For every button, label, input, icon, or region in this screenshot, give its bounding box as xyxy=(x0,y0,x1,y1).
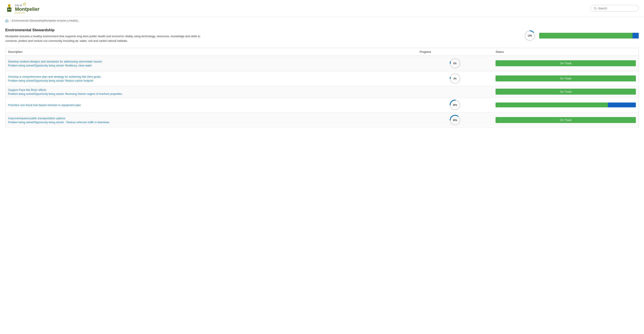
desc-cell-3: Support Face the River efforts Problem b… xyxy=(6,86,417,97)
desc-cell-4: Prioritize non-fossil fuel based vehicle… xyxy=(6,97,417,112)
section-title: Environmental Stewardship xyxy=(5,28,520,32)
table-row-1: Develop resilient designs and standards … xyxy=(6,56,639,71)
status-cell-2: On Track xyxy=(493,71,638,86)
logo: City of Montpelier vermont xyxy=(5,3,40,14)
breadcrumb-current: Environmental StewardshipMontpelier ensu… xyxy=(12,19,80,22)
status-cell-5: On Track xyxy=(493,112,638,128)
status-badge-3: On Track xyxy=(496,89,636,95)
overall-progress-bar xyxy=(539,33,639,38)
search-box[interactable] xyxy=(590,5,639,11)
item-title-link-1[interactable]: Develop resilient designs and standards … xyxy=(8,60,103,63)
item-sub-2: Problem being solved/Opportunity being s… xyxy=(8,79,414,82)
items-table: Description Progress Status Develop resi… xyxy=(5,48,639,128)
table-row-2: Develop a comprehensive plan and strateg… xyxy=(6,71,639,86)
city-logo-icon xyxy=(5,4,13,13)
progress-circle-5: 35% xyxy=(449,114,461,126)
item-title-link-5[interactable]: Improve/expand public transportation opt… xyxy=(8,117,65,120)
logo-name: Montpelier xyxy=(15,7,40,12)
status-badge-1: On Track xyxy=(496,60,636,66)
desc-cell-5: Improve/expand public transportation opt… xyxy=(6,112,417,128)
breadcrumb: / Environmental StewardshipMontpelier en… xyxy=(0,17,644,24)
status-cell-4 xyxy=(493,97,638,112)
item-sub-3: Problem being solved/Opportunity being s… xyxy=(8,92,414,95)
svg-rect-3 xyxy=(8,9,9,10)
logo-text: City of Montpelier vermont xyxy=(15,3,40,14)
item-title-link-2[interactable]: Develop a comprehensive plan and strateg… xyxy=(8,75,101,78)
dome-icon xyxy=(23,3,26,6)
overall-progress-circle: 13% xyxy=(524,30,536,41)
progress-label-2: 4% xyxy=(454,77,456,80)
progress-cell-1: 5% xyxy=(417,56,493,71)
section-header: Environmental Stewardship Montpelier ens… xyxy=(5,28,639,43)
status-cell-1: On Track xyxy=(493,56,638,71)
logo-state: vermont xyxy=(15,12,40,14)
progress-label-1: 5% xyxy=(454,62,456,64)
svg-rect-4 xyxy=(10,9,10,10)
overall-bar-blue-end xyxy=(632,33,639,38)
svg-point-5 xyxy=(23,3,26,5)
table-row-4: Prioritize non-fossil fuel based vehicle… xyxy=(6,97,639,112)
progress-cell-5: 35% xyxy=(417,112,493,128)
search-input[interactable] xyxy=(598,6,636,10)
col-header-description: Description xyxy=(6,48,417,56)
breadcrumb-sep: / xyxy=(10,19,10,22)
desc-cell-1: Develop resilient designs and standards … xyxy=(6,56,417,71)
progress-cell-3 xyxy=(417,86,493,97)
col-header-progress: Progress xyxy=(417,48,493,56)
overall-progress-label: 13% xyxy=(528,34,532,37)
table-row-3: Support Face the River efforts Problem b… xyxy=(6,86,639,97)
progress-label-4: 26% xyxy=(453,104,457,106)
progress-circle-2: 4% xyxy=(449,73,461,84)
page-header: City of Montpelier vermont xyxy=(0,0,644,17)
item-title-link-3[interactable]: Support Face the River efforts xyxy=(8,88,46,91)
item-sub-1: Problem being solved/Opportunity being s… xyxy=(8,64,414,67)
progress-label-5: 35% xyxy=(453,119,457,121)
status-bar-blue-4 xyxy=(608,102,636,107)
item-sub-5: Problem being solved/Opportunity being s… xyxy=(8,121,414,124)
status-badge-5: On Track xyxy=(496,117,636,123)
progress-cell-2: 4% xyxy=(417,71,493,86)
status-cell-3: On Track xyxy=(493,86,638,97)
table-header-row: Description Progress Status xyxy=(6,48,639,56)
progress-cell-4: 26% xyxy=(417,97,493,112)
home-icon[interactable] xyxy=(5,19,8,22)
status-bar-4 xyxy=(496,102,636,107)
progress-circle-4: 26% xyxy=(449,99,461,111)
table-row-5: Improve/expand public transportation opt… xyxy=(6,112,639,128)
section-description: Montpelier ensures a healthy environment… xyxy=(5,34,204,43)
desc-cell-2: Develop a comprehensive plan and strateg… xyxy=(6,71,417,86)
main-content: Environmental Stewardship Montpelier ens… xyxy=(0,24,644,133)
svg-line-8 xyxy=(596,9,597,10)
svg-rect-2 xyxy=(7,7,11,12)
col-header-status: Status xyxy=(493,48,638,56)
item-title-link-4[interactable]: Prioritize non-fossil fuel based vehicle… xyxy=(8,103,81,107)
section-text: Environmental Stewardship Montpelier ens… xyxy=(5,28,520,43)
status-badge-2: On Track xyxy=(496,75,636,81)
svg-rect-1 xyxy=(8,6,10,7)
progress-circle-1: 5% xyxy=(449,58,461,69)
section-stats: 13% xyxy=(524,30,639,41)
search-icon xyxy=(594,7,597,10)
